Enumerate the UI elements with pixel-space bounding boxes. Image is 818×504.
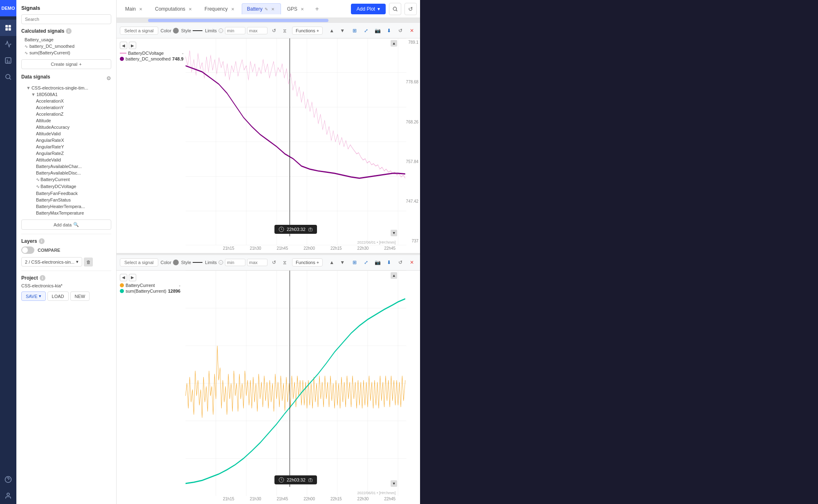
nav-chart[interactable]: [0, 52, 16, 69]
plot1-link-btn[interactable]: ⧖: [280, 26, 290, 36]
plot2-refresh-icon[interactable]: ↺: [396, 258, 405, 267]
tab-gps-close[interactable]: ✕: [299, 6, 305, 12]
plot1-fold-bottom-btn[interactable]: ▼: [391, 230, 397, 236]
plot2-color-dot[interactable]: [173, 260, 179, 265]
tree-item-angularratex[interactable]: AngularRateX: [21, 137, 111, 143]
tree-item-batteryavailablechar[interactable]: BatteryAvailableChar...: [21, 163, 111, 170]
plot1-select-signal-button[interactable]: Select a signal: [120, 27, 158, 35]
plot1-limits-min[interactable]: [225, 27, 245, 34]
plot2-expand-icon[interactable]: ⤢: [361, 258, 371, 267]
plot2-legend-next[interactable]: ▶: [129, 274, 136, 281]
plot1-down-btn[interactable]: ▼: [337, 26, 347, 36]
plot2-reset-btn[interactable]: ↺: [269, 258, 279, 267]
tab-frequency-close[interactable]: ✕: [230, 6, 236, 12]
plot1-legend-prev[interactable]: ◀: [120, 42, 127, 49]
tab-frequency[interactable]: Frequency ✕: [199, 3, 241, 14]
nav-search[interactable]: [0, 69, 16, 85]
tree-item-attitudevalid[interactable]: AttitudeValid: [21, 157, 111, 163]
layers-info-icon[interactable]: i: [39, 238, 45, 244]
add-data-button[interactable]: Add data 🔍: [21, 220, 111, 230]
timeline-scroll-handle[interactable]: [148, 19, 328, 22]
tab-battery[interactable]: Battery ✎ ✕: [242, 3, 281, 14]
create-signal-button[interactable]: Create signal +: [21, 59, 111, 69]
edit-icon-battery[interactable]: ✎: [265, 7, 268, 11]
plot1-close-icon[interactable]: ✕: [407, 26, 417, 36]
plot1-snapshot-icon[interactable]: 📷: [373, 26, 382, 36]
plot1-up-btn[interactable]: ▲: [327, 26, 337, 36]
tab-computations-close[interactable]: ✕: [187, 6, 193, 12]
refresh-button[interactable]: ↺: [405, 3, 417, 15]
plot1-grid-icon[interactable]: ⊞: [350, 26, 360, 36]
add-plot-button[interactable]: Add Plot ▾: [351, 4, 386, 14]
plot2-fold-top-btn[interactable]: ▲: [391, 272, 397, 279]
plot2-grid-icon[interactable]: ⊞: [350, 258, 360, 267]
compare-toggle[interactable]: [21, 246, 34, 254]
layer-dropdown[interactable]: 2 / CSS-electronics-sin... ▾: [21, 257, 82, 267]
tree-item-18d508a1[interactable]: ▼18D508A1: [21, 91, 111, 98]
plot1-refresh-icon[interactable]: ↺: [396, 26, 405, 36]
plot2-down-btn[interactable]: ▼: [337, 258, 347, 267]
nav-analytics[interactable]: [0, 36, 16, 52]
tree-item-angularratez[interactable]: AngularRateZ: [21, 150, 111, 157]
save-button[interactable]: SAVE ▾: [21, 291, 46, 301]
load-button[interactable]: LOAD: [47, 291, 69, 301]
timeline-bar[interactable]: [117, 18, 420, 23]
nav-help[interactable]: [0, 471, 16, 488]
signal-battery-dc-smoothed[interactable]: ∿ battery_DC_smoothed: [21, 43, 111, 49]
tab-main-close[interactable]: ✕: [138, 6, 144, 12]
plot2-functions-button[interactable]: Functions +: [292, 258, 323, 267]
tree-item-batteryheatertempera[interactable]: BatteryHeaterTempera...: [21, 203, 111, 210]
plot1-color-dot[interactable]: [173, 28, 179, 34]
tree-item-batterycurrent[interactable]: ∿BatteryCurrent: [21, 176, 111, 183]
plot2-snapshot-icon[interactable]: 📷: [373, 258, 382, 267]
data-signals-settings-icon[interactable]: ⚙: [106, 75, 111, 81]
plot2-legend-prev[interactable]: ◀: [120, 274, 127, 281]
plot1-functions-button[interactable]: Functions +: [292, 27, 323, 35]
plot2-fold-bottom-btn[interactable]: ▼: [391, 480, 397, 487]
plot1-expand-icon[interactable]: ⤢: [361, 26, 371, 36]
signal-battery-usage[interactable]: Battery_usage: [21, 36, 111, 43]
tree-item-accelerationz[interactable]: AccelerationZ: [21, 111, 111, 117]
tree-item-altitude[interactable]: Altitude: [21, 117, 111, 124]
plot2-link-btn[interactable]: ⧖: [280, 258, 290, 267]
layer-delete-button[interactable]: 🗑: [84, 258, 93, 267]
plot1-download-icon[interactable]: ⬇: [384, 26, 394, 36]
app-logo[interactable]: DEMO: [0, 0, 16, 16]
tree-item-css-electronics[interactable]: ▼CSS-electronics-single-tim...: [21, 85, 111, 91]
tree-item-batterydcvoltage[interactable]: ∿BatteryDCVoltage: [21, 183, 111, 190]
plot2-limits-min[interactable]: [225, 259, 245, 266]
search-input[interactable]: [21, 14, 111, 24]
tab-gps[interactable]: GPS ✕: [282, 3, 310, 14]
tab-main[interactable]: Main ✕: [120, 3, 149, 14]
plot1-reset-btn[interactable]: ↺: [269, 26, 279, 36]
plot2-limits-max[interactable]: [247, 259, 267, 266]
tab-computations[interactable]: Computations ✕: [150, 3, 198, 14]
nav-dashboard[interactable]: [0, 20, 16, 36]
plot2-close-icon[interactable]: ✕: [407, 258, 417, 267]
new-button[interactable]: NEW: [70, 291, 90, 301]
tree-item-angularratey[interactable]: AngularRateY: [21, 143, 111, 150]
tree-item-batteryfanstatus[interactable]: BatteryFanStatus: [21, 197, 111, 203]
signal-sum-battery-current[interactable]: ∿ sum(BatteryCurrent): [21, 49, 111, 56]
tree-item-altitudeaccuracy[interactable]: AltitudeAccuracy: [21, 124, 111, 130]
search-header-button[interactable]: [389, 3, 401, 15]
nav-user[interactable]: [0, 488, 16, 504]
tree-item-batteryfanfeedback[interactable]: BatteryFanFeedback: [21, 190, 111, 197]
tree-item-accelerationy[interactable]: AccelerationY: [21, 104, 111, 111]
tab-battery-close[interactable]: ✕: [270, 6, 276, 12]
tree-item-altitudevalid[interactable]: AltitudeValid: [21, 130, 111, 137]
tree-item-batteryavailabledisc[interactable]: BatteryAvailableDisc...: [21, 170, 111, 176]
tree-item-batterymaxtemperature[interactable]: BatteryMaxTemperature: [21, 210, 111, 216]
plot2-up-btn[interactable]: ▲: [327, 258, 337, 267]
calculated-signals-info-icon[interactable]: i: [66, 28, 72, 34]
project-info-icon[interactable]: i: [40, 275, 45, 281]
plot1-style-line[interactable]: [193, 30, 202, 31]
plot1-legend-next[interactable]: ▶: [129, 42, 136, 49]
plot1-limits-max[interactable]: [247, 27, 267, 34]
plot2-style-line[interactable]: [193, 262, 202, 263]
tree-item-accelerationx[interactable]: AccelerationX: [21, 98, 111, 104]
plot1-fold-top-btn[interactable]: ▲: [391, 40, 397, 47]
plot2-select-signal-button[interactable]: Select a signal: [120, 258, 158, 267]
add-tab-button[interactable]: +: [311, 3, 323, 15]
plot2-download-icon[interactable]: ⬇: [384, 258, 394, 267]
